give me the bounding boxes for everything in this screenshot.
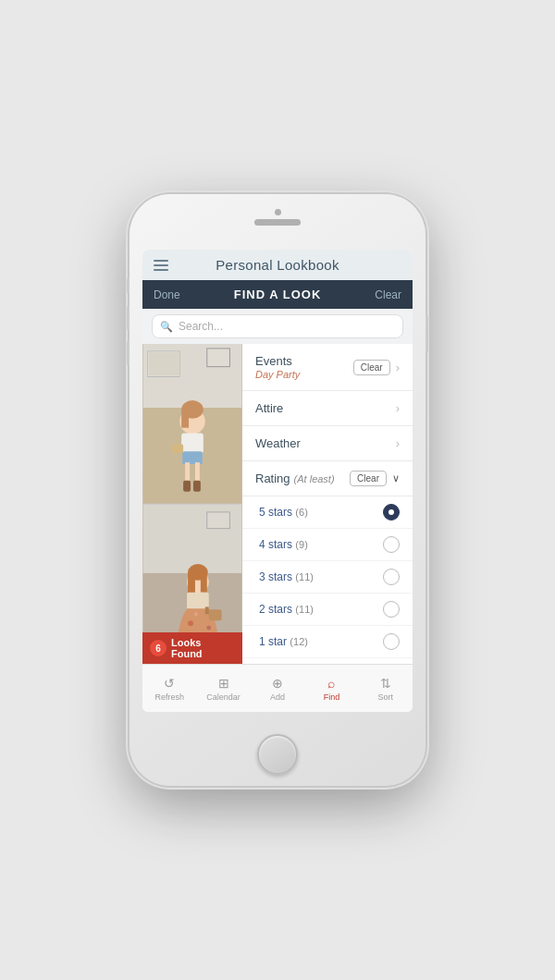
svg-rect-11 (185, 462, 190, 483)
tab-bar: ↺ Refresh ⊞ Calendar ⊕ Add ⌕ Find ⇅ So (142, 664, 413, 712)
search-input[interactable]: Search... (179, 320, 395, 333)
search-bar: 🔍 Search... (142, 309, 413, 344)
rating-clear-button[interactable]: Clear (350, 471, 387, 486)
rating-label-row: Rating (At least) (255, 472, 335, 485)
filter-item-weather[interactable]: Weather › (242, 426, 413, 461)
star-2-count: (11) (295, 604, 314, 615)
filter-weather-right: › (396, 436, 400, 450)
find-icon: ⌕ (327, 676, 335, 691)
star-4-radio[interactable] (383, 536, 400, 553)
star-option-4[interactable]: 4 stars (9) (242, 529, 413, 561)
star-1-count: (12) (290, 636, 308, 647)
star-1-radio[interactable] (383, 633, 400, 650)
volume-up-button (127, 305, 130, 331)
star-5-label: 5 stars (6) (259, 506, 308, 519)
svg-rect-34 (209, 609, 222, 620)
weather-chevron-icon: › (396, 436, 400, 450)
svg-rect-10 (182, 451, 203, 464)
svg-point-30 (206, 625, 211, 630)
tab-add-label: Add (270, 692, 285, 702)
rating-right: Clear ∨ (350, 471, 400, 486)
menu-icon[interactable] (154, 260, 168, 271)
star-option-1[interactable]: 1 star (12) (242, 626, 413, 658)
screen: Personal Lookbook Done FIND A LOOK Clear… (142, 250, 413, 712)
svg-rect-4 (207, 349, 230, 367)
star-3-radio[interactable] (383, 569, 400, 585)
camera-dot (275, 209, 281, 215)
filter-weather-label: Weather (255, 436, 301, 450)
star-option-3[interactable]: 3 stars (11) (242, 561, 413, 594)
tab-calendar-label: Calendar (206, 692, 240, 702)
svg-rect-14 (193, 481, 201, 492)
svg-rect-8 (181, 410, 189, 428)
app-header: Personal Lookbook (142, 250, 413, 280)
star-5-radio[interactable] (383, 504, 400, 521)
svg-point-27 (188, 620, 193, 626)
svg-rect-20 (207, 511, 230, 528)
outfit-photo-1[interactable] (142, 344, 242, 504)
rating-label: Rating (255, 472, 290, 485)
star-5-count: (6) (295, 507, 307, 518)
star-2-label: 2 stars (11) (259, 603, 314, 616)
star-4-label: 4 stars (9) (259, 538, 308, 551)
star-2-radio[interactable] (383, 601, 400, 618)
svg-rect-3 (149, 352, 179, 376)
star-option-2[interactable]: 2 stars (11) (242, 594, 413, 626)
phone-shell: Personal Lookbook Done FIND A LOOK Clear… (130, 194, 426, 786)
tab-find-label: Find (324, 692, 340, 702)
tab-refresh[interactable]: ↺ Refresh (142, 665, 196, 712)
search-input-wrap[interactable]: 🔍 Search... (152, 314, 403, 338)
svg-rect-13 (183, 481, 191, 492)
home-button[interactable] (257, 734, 298, 775)
tab-calendar[interactable]: ⊞ Calendar (196, 665, 250, 712)
tab-find[interactable]: ⌕ Find (304, 665, 358, 712)
star-option-5[interactable]: 5 stars (6) (242, 496, 413, 529)
find-clear-button[interactable]: Clear (375, 288, 401, 301)
search-icon: 🔍 (160, 321, 173, 333)
tab-add[interactable]: ⊕ Add (251, 665, 304, 712)
find-header: Done FIND A LOOK Clear (142, 280, 413, 309)
filter-events-left: Events Day Party (255, 354, 300, 380)
filter-attire-right: › (396, 401, 400, 415)
svg-rect-12 (195, 462, 200, 483)
rating-chevron-icon: ∨ (392, 472, 400, 484)
star-1-label: 1 star (12) (259, 635, 308, 648)
photo-column (142, 344, 242, 664)
app-title: Personal Lookbook (216, 257, 339, 273)
rating-header[interactable]: Rating (At least) Clear ∨ (242, 461, 413, 496)
filter-events-sublabel: Day Party (255, 369, 300, 380)
star-3-count: (11) (295, 571, 314, 582)
speaker-grille (254, 219, 301, 226)
events-clear-button[interactable]: Clear (353, 360, 390, 375)
bottom-bar: 6 Looks Found ↺ Refresh ⊞ Calendar ⊕ Add (142, 664, 413, 712)
filter-attire-left: Attire (255, 401, 283, 415)
filter-list: Events Day Party Clear › Attire › (242, 344, 413, 664)
add-icon: ⊕ (272, 676, 283, 691)
phone-top (254, 209, 301, 226)
filter-item-events[interactable]: Events Day Party Clear › (242, 344, 413, 391)
svg-point-29 (194, 612, 198, 616)
svg-rect-35 (205, 606, 209, 614)
star-4-count: (9) (295, 539, 307, 550)
tab-refresh-label: Refresh (154, 692, 184, 702)
svg-rect-9 (181, 434, 204, 454)
filter-events-label: Events (255, 354, 300, 368)
filter-events-right: Clear › (353, 360, 400, 375)
svg-rect-25 (201, 571, 207, 592)
mute-button (127, 277, 130, 294)
power-button (426, 314, 428, 353)
filter-item-attire[interactable]: Attire › (242, 391, 413, 426)
filter-weather-left: Weather (255, 436, 301, 450)
main-content: Events Day Party Clear › Attire › (142, 344, 413, 664)
svg-rect-15 (172, 444, 183, 453)
tab-sort[interactable]: ⇅ Sort (359, 665, 413, 712)
done-button[interactable]: Done (154, 288, 180, 301)
find-title: FIND A LOOK (234, 288, 322, 301)
looks-count: 6 (150, 640, 166, 656)
star-3-label: 3 stars (11) (259, 570, 314, 583)
rating-sublabel: (At least) (294, 473, 335, 484)
calendar-icon: ⊞ (218, 676, 229, 691)
events-chevron-icon: › (396, 361, 400, 374)
attire-chevron-icon: › (396, 401, 400, 415)
volume-down-button (127, 340, 130, 366)
